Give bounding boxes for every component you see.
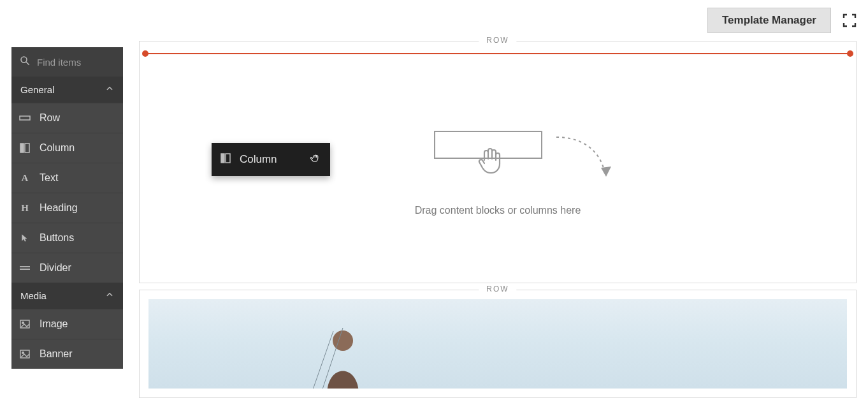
svg-point-8: [22, 322, 24, 324]
svg-line-12: [311, 331, 333, 389]
block-label: Text: [40, 172, 58, 184]
svg-point-11: [333, 330, 353, 351]
drop-zone-illustration: [453, 131, 542, 179]
chevron-up-icon: [105, 290, 114, 301]
block-heading[interactable]: H Heading: [11, 193, 123, 223]
template-manager-button[interactable]: Template Manager: [707, 8, 831, 33]
page-builder-canvas[interactable]: ROW Drag content blocks or columns here …: [139, 41, 857, 400]
column-icon: [19, 142, 31, 154]
banner-image[interactable]: [148, 299, 847, 389]
block-label: Image: [40, 318, 68, 330]
image-icon: [19, 318, 31, 330]
banner-icon: [19, 348, 31, 360]
svg-rect-2: [20, 116, 30, 120]
svg-line-1: [26, 62, 29, 65]
svg-point-10: [22, 352, 24, 354]
search-icon: [19, 55, 31, 69]
selection-handle-left[interactable]: [142, 50, 148, 57]
selection-handle-right[interactable]: [847, 50, 853, 57]
row-label: ROW: [479, 285, 516, 293]
block-image[interactable]: Image: [11, 309, 123, 339]
block-row[interactable]: Row: [11, 103, 123, 133]
block-label: Divider: [40, 262, 71, 274]
curved-arrow-icon: [555, 136, 619, 189]
row-icon: [19, 112, 31, 124]
svg-rect-3: [20, 144, 24, 152]
block-label: Heading: [40, 202, 78, 214]
section-header-general[interactable]: General: [11, 77, 123, 103]
block-divider[interactable]: Divider: [11, 253, 123, 283]
block-label: Row: [40, 112, 60, 124]
block-label: Column: [40, 142, 75, 154]
grab-hand-icon: [477, 145, 506, 179]
chevron-up-icon: [105, 84, 114, 95]
divider-icon: [19, 262, 31, 274]
svg-point-0: [21, 57, 27, 63]
block-text[interactable]: A Text: [11, 163, 123, 193]
section-title: General: [20, 84, 54, 95]
cursor-icon: [19, 232, 31, 244]
drop-hint-text: Drag content blocks or columns here: [140, 205, 856, 216]
text-icon: A: [19, 172, 31, 184]
block-column[interactable]: Column: [11, 133, 123, 163]
section-title: Media: [20, 290, 47, 301]
heading-icon: H: [19, 202, 31, 214]
row-label: ROW: [479, 36, 516, 45]
section-header-media[interactable]: Media: [11, 283, 123, 309]
block-label: Banner: [40, 348, 73, 360]
svg-rect-4: [25, 144, 29, 152]
sidebar-search[interactable]: [11, 47, 123, 77]
block-buttons[interactable]: Buttons: [11, 223, 123, 253]
block-label: Buttons: [40, 232, 74, 244]
block-banner[interactable]: Banner: [11, 339, 123, 369]
content-block-sidebar: General Row Column A Text H Heading Butt…: [11, 47, 123, 369]
row-container-empty[interactable]: ROW Drag content blocks or columns here: [139, 41, 857, 283]
row-container-image[interactable]: ROW: [139, 290, 857, 398]
row-selection-indicator: [145, 53, 851, 54]
fullscreen-icon[interactable]: [843, 13, 857, 27]
